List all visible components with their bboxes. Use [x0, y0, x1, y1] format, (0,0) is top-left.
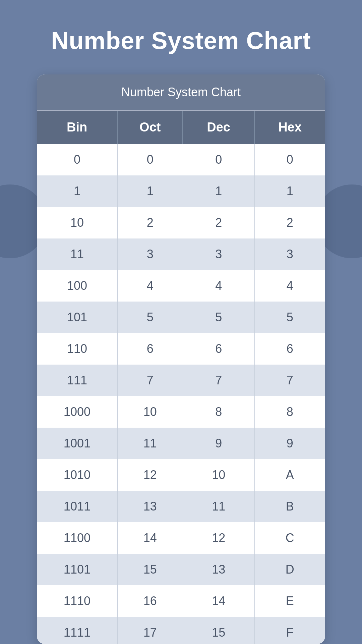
table-row: 11111715F: [37, 617, 325, 644]
col-header-hex: Hex: [254, 111, 325, 144]
cell-row15-col2: 15: [183, 617, 254, 644]
page-title: Number System Chart: [51, 27, 311, 54]
table-row: 0000: [37, 144, 325, 175]
cell-row12-col2: 12: [183, 522, 254, 554]
cell-row4-col3: 4: [254, 270, 325, 302]
table-row: 100444: [37, 270, 325, 302]
cell-row6-col2: 6: [183, 333, 254, 365]
table-row: 111777: [37, 365, 325, 396]
cell-row14-col0: 1110: [37, 585, 117, 617]
table-row: 10111311B: [37, 491, 325, 522]
cell-row6-col0: 110: [37, 333, 117, 365]
cell-row15-col1: 17: [117, 617, 183, 644]
cell-row5-col1: 5: [117, 302, 183, 333]
cell-row15-col3: F: [254, 617, 325, 644]
cell-row13-col0: 1101: [37, 554, 117, 585]
cell-row14-col3: E: [254, 585, 325, 617]
col-header-oct: Oct: [117, 111, 183, 144]
cell-row12-col1: 14: [117, 522, 183, 554]
cell-row2-col0: 10: [37, 207, 117, 238]
cell-row4-col0: 100: [37, 270, 117, 302]
cell-row8-col3: 8: [254, 396, 325, 428]
table-row: 11101614E: [37, 585, 325, 617]
cell-row1-col0: 1: [37, 175, 117, 207]
cell-row2-col2: 2: [183, 207, 254, 238]
table-row: 11333: [37, 238, 325, 270]
table-row: 1111: [37, 175, 325, 207]
cell-row8-col0: 1000: [37, 396, 117, 428]
table-header-row: BinOctDecHex: [37, 111, 325, 144]
cell-row13-col2: 13: [183, 554, 254, 585]
cell-row6-col1: 6: [117, 333, 183, 365]
cell-row4-col2: 4: [183, 270, 254, 302]
col-header-bin: Bin: [37, 111, 117, 144]
table-row: 10001088: [37, 396, 325, 428]
table-row: 10222: [37, 207, 325, 238]
cell-row10-col3: A: [254, 459, 325, 491]
card-title: Number System Chart: [37, 74, 325, 111]
cell-row5-col2: 5: [183, 302, 254, 333]
table-row: 101555: [37, 302, 325, 333]
cell-row11-col2: 11: [183, 491, 254, 522]
cell-row8-col1: 10: [117, 396, 183, 428]
cell-row0-col0: 0: [37, 144, 117, 175]
cell-row0-col1: 0: [117, 144, 183, 175]
cell-row2-col1: 2: [117, 207, 183, 238]
cell-row14-col2: 14: [183, 585, 254, 617]
cell-row12-col0: 1100: [37, 522, 117, 554]
table-row: 10011199: [37, 428, 325, 459]
cell-row3-col0: 11: [37, 238, 117, 270]
cell-row14-col1: 16: [117, 585, 183, 617]
cell-row15-col0: 1111: [37, 617, 117, 644]
cell-row9-col0: 1001: [37, 428, 117, 459]
cell-row7-col0: 111: [37, 365, 117, 396]
chart-card: Number System Chart BinOctDecHex 0000111…: [37, 74, 325, 644]
col-header-dec: Dec: [183, 111, 254, 144]
table-row: 11001412C: [37, 522, 325, 554]
number-system-table: BinOctDecHex 000011111022211333100444101…: [37, 111, 325, 644]
table-row: 11011513D: [37, 554, 325, 585]
cell-row9-col2: 9: [183, 428, 254, 459]
cell-row12-col3: C: [254, 522, 325, 554]
table-row: 10101210A: [37, 459, 325, 491]
cell-row5-col0: 101: [37, 302, 117, 333]
cell-row0-col2: 0: [183, 144, 254, 175]
cell-row7-col1: 7: [117, 365, 183, 396]
cell-row1-col3: 1: [254, 175, 325, 207]
cell-row5-col3: 5: [254, 302, 325, 333]
cell-row6-col3: 6: [254, 333, 325, 365]
cell-row11-col1: 13: [117, 491, 183, 522]
cell-row1-col1: 1: [117, 175, 183, 207]
cell-row3-col1: 3: [117, 238, 183, 270]
cell-row2-col3: 2: [254, 207, 325, 238]
cell-row4-col1: 4: [117, 270, 183, 302]
cell-row13-col3: D: [254, 554, 325, 585]
cell-row0-col3: 0: [254, 144, 325, 175]
cell-row10-col1: 12: [117, 459, 183, 491]
cell-row9-col3: 9: [254, 428, 325, 459]
cell-row3-col2: 3: [183, 238, 254, 270]
cell-row13-col1: 15: [117, 554, 183, 585]
table-row: 110666: [37, 333, 325, 365]
cell-row3-col3: 3: [254, 238, 325, 270]
cell-row10-col2: 10: [183, 459, 254, 491]
cell-row9-col1: 11: [117, 428, 183, 459]
cell-row11-col3: B: [254, 491, 325, 522]
cell-row10-col0: 1010: [37, 459, 117, 491]
cell-row11-col0: 1011: [37, 491, 117, 522]
cell-row7-col2: 7: [183, 365, 254, 396]
cell-row1-col2: 1: [183, 175, 254, 207]
cell-row7-col3: 7: [254, 365, 325, 396]
cell-row8-col2: 8: [183, 396, 254, 428]
